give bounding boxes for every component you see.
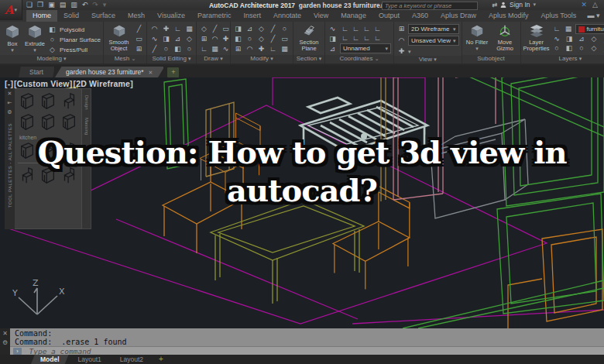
palette-tab[interactable]: Massing bbox=[84, 118, 89, 135]
palette-close-icon[interactable]: ✕ bbox=[8, 91, 12, 97]
ribbon-tab-view[interactable]: View bbox=[307, 10, 335, 22]
palette-tool-cabinet[interactable] bbox=[19, 113, 36, 132]
palette-tool-cabinet[interactable] bbox=[39, 92, 57, 111]
palette-properties-icon[interactable]: ⚙ bbox=[7, 109, 12, 115]
layer-tool-icon[interactable]: ⊿ bbox=[577, 35, 587, 43]
palette-tool-cabinet[interactable] bbox=[19, 92, 36, 111]
move-gizmo-button[interactable]: Move Gizmo bbox=[492, 23, 518, 52]
ribbon-tab-aplus-modify[interactable]: Aplus Modify bbox=[482, 10, 535, 22]
layer-tool-icon[interactable]: ╱ bbox=[602, 44, 604, 53]
ribbon-tab-aplus-draw[interactable]: Aplus Draw bbox=[434, 10, 482, 22]
modify-tool-icon[interactable]: ◧ bbox=[233, 35, 243, 43]
file-tab-close-icon[interactable]: ✕ bbox=[149, 70, 153, 75]
app-logo[interactable]: A▾ bbox=[0, 0, 22, 20]
search-input[interactable]: Type a keyword or phrase bbox=[382, 2, 478, 10]
panel-label-draw[interactable]: Draw ▾ bbox=[197, 55, 230, 64]
solid-edit-tool-icon[interactable]: ✚ bbox=[161, 25, 171, 33]
polysolid-button[interactable]: ◧Polysolid bbox=[47, 26, 101, 34]
ribbon-tab-visualize[interactable]: Visualize bbox=[151, 10, 191, 22]
panel-label-subobject[interactable]: Subobject bbox=[462, 55, 520, 64]
palette-autohide-icon[interactable]: ⇤ bbox=[8, 100, 12, 106]
panel-label-view[interactable]: View ▾ bbox=[394, 56, 462, 64]
solid-edit-tool-icon[interactable]: ◧ bbox=[173, 45, 183, 53]
palette-tool-sink[interactable] bbox=[60, 92, 77, 111]
layer-tool-icon[interactable]: ○ bbox=[552, 44, 562, 53]
draw-tool-icon[interactable]: ∿ bbox=[221, 45, 231, 53]
ucs-tool-icon[interactable]: ∟ bbox=[372, 34, 383, 43]
ribbon-tab-aplus-tools[interactable]: Aplus Tools bbox=[535, 10, 583, 22]
smooth-object-button[interactable]: Smooth Object bbox=[106, 23, 132, 52]
ribbon-tab-output[interactable]: Output bbox=[372, 10, 406, 22]
ucs-tool-icon[interactable]: ∟ bbox=[340, 34, 350, 43]
panel-label-coordinates[interactable]: Coordinates ⌄ bbox=[325, 55, 393, 64]
layer-tool-icon[interactable]: ◧ bbox=[565, 44, 575, 53]
solid-edit-tool-icon[interactable]: ○ bbox=[161, 45, 171, 53]
viewport-view-control[interactable]: [Custom View] bbox=[14, 79, 72, 88]
modify-tool-icon[interactable]: ◠ bbox=[245, 45, 255, 53]
draw-tool-icon[interactable]: ╱ bbox=[210, 25, 220, 33]
viewport-controls[interactable]: [-] bbox=[5, 79, 13, 88]
modify-tool-icon[interactable]: ▦ bbox=[280, 45, 290, 53]
tab-layout1[interactable]: Layout1 bbox=[69, 355, 111, 364]
panel-label-section[interactable]: Section ▾ bbox=[293, 55, 324, 64]
panel-label-layers[interactable]: Layers ▾ bbox=[521, 55, 604, 64]
box-tool-button[interactable]: Box▾ bbox=[2, 23, 22, 53]
modify-tool-icon[interactable]: ╱ bbox=[268, 35, 278, 43]
exchange-apps-icon[interactable]: ✕ bbox=[582, 1, 588, 9]
draw-tool-icon[interactable]: ▦ bbox=[210, 45, 220, 53]
press-pull-button[interactable]: ◇Press/Pull bbox=[47, 46, 101, 54]
panel-label-mesh[interactable]: Mesh ⌄ bbox=[104, 55, 146, 64]
file-tab-drawing[interactable]: garden house 23 furniture*✕ bbox=[55, 67, 165, 77]
modify-tool-icon[interactable]: ◇ bbox=[256, 25, 266, 33]
file-tab-start[interactable]: Start bbox=[19, 67, 55, 77]
panel-label-solid-editing[interactable]: Solid Editing ▾ bbox=[147, 55, 196, 64]
modify-tool-icon[interactable]: ⊞ bbox=[233, 45, 243, 53]
palette-tool-cabinet[interactable] bbox=[60, 113, 77, 132]
modify-tool-icon[interactable]: ╱ bbox=[268, 25, 278, 33]
mesh-tool-icon[interactable]: ▭ bbox=[134, 35, 144, 43]
draw-tool-icon[interactable]: ⊞ bbox=[199, 35, 209, 43]
mesh-tool-icon[interactable]: ⊞ bbox=[134, 45, 144, 53]
ribbon-tab-parametric[interactable]: Parametric bbox=[191, 10, 238, 22]
palette-tool-cabinet[interactable] bbox=[39, 113, 57, 132]
command-close-icon[interactable]: ✕ bbox=[2, 330, 8, 337]
new-drawing-button[interactable]: + bbox=[167, 67, 179, 77]
ribbon-tab-solid[interactable]: Solid bbox=[57, 10, 85, 22]
solid-edit-tool-icon[interactable]: ∿ bbox=[149, 35, 160, 43]
layer-dropdown[interactable]: furniture ▾ bbox=[575, 24, 604, 34]
section-plane-button[interactable]: Section Plane bbox=[296, 23, 322, 52]
layer-tool-icon[interactable]: ◇ bbox=[589, 44, 599, 53]
layer-tool-icon[interactable]: ◨ bbox=[565, 35, 575, 43]
solid-edit-tool-icon[interactable]: ◠ bbox=[149, 25, 160, 33]
solid-edit-tool-icon[interactable]: ▦ bbox=[184, 25, 194, 33]
ucs-tool-icon[interactable]: ◨ bbox=[328, 35, 338, 43]
solid-edit-tool-icon[interactable]: ◇ bbox=[184, 35, 194, 43]
layer-properties-button[interactable]: Layer Properties bbox=[523, 23, 550, 52]
solid-edit-tool-icon[interactable]: ╱ bbox=[149, 45, 160, 53]
panel-label-modify[interactable]: Modify ▾ bbox=[231, 55, 293, 64]
viewport-config-icon[interactable]: ✚ bbox=[396, 47, 407, 56]
draw-tool-icon[interactable]: ∟ bbox=[199, 45, 209, 53]
ucs-tool-icon[interactable]: ∿ bbox=[328, 25, 338, 33]
ribbon-tab-manage[interactable]: Manage bbox=[335, 10, 372, 22]
modify-tool-icon[interactable]: ∟ bbox=[268, 45, 278, 53]
ribbon-tab-home[interactable]: Home bbox=[26, 10, 57, 22]
ribbon-tab-surface[interactable]: Surface bbox=[85, 10, 122, 22]
modify-tool-icon[interactable]: ◇ bbox=[256, 35, 266, 43]
help-icon[interactable]: △ bbox=[592, 1, 598, 9]
layer-state-icon[interactable]: ∟ bbox=[552, 25, 562, 33]
visual-style-dropdown[interactable]: 2D Wireframe▾ bbox=[408, 24, 459, 34]
ucs-tool-icon[interactable]: ∟ bbox=[351, 34, 361, 43]
tab-model[interactable]: Model bbox=[31, 355, 69, 364]
ribbon-tab-a360[interactable]: A360 bbox=[406, 10, 434, 22]
modify-tool-icon[interactable]: ○ bbox=[245, 35, 255, 43]
panel-label-modeling[interactable]: Modeling ▾ bbox=[0, 55, 103, 64]
palette-tab[interactable]: Design bbox=[84, 95, 89, 110]
modify-tool-icon[interactable]: ⊿ bbox=[245, 25, 255, 33]
ucs-tool-icon[interactable]: ∟ bbox=[362, 34, 372, 43]
ribbon-tab-mesh[interactable]: Mesh bbox=[122, 10, 151, 22]
layer-tool-icon[interactable]: ○ bbox=[577, 44, 587, 53]
no-filter-button[interactable]: No Filter▾ bbox=[465, 23, 490, 52]
new-layout-button[interactable]: + bbox=[153, 355, 170, 364]
ucs-name-dropdown[interactable]: Unnamed▾ bbox=[340, 43, 391, 53]
